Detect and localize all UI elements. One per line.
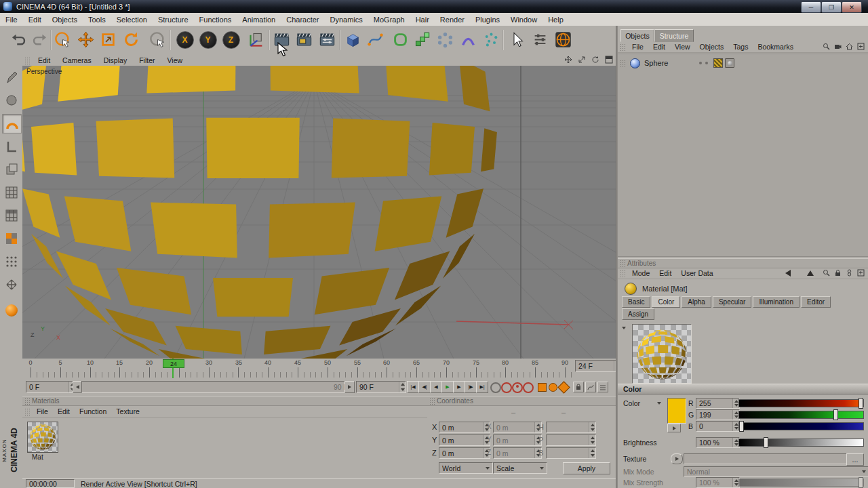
menu-selection[interactable]: Selection [111,13,153,26]
menu-mograph[interactable]: MoGraph [368,13,410,26]
drag-grip-icon[interactable] [620,270,625,277]
channel-g-slider[interactable] [738,411,864,419]
viewport-pan-icon[interactable] [564,56,572,65]
grid-array-icon[interactable] [2,183,20,201]
coordinates-header[interactable]: Coordinates [427,396,617,406]
drag-grip-icon[interactable] [429,397,435,405]
timeline-options-icon[interactable] [597,382,608,392]
rgb-expand-button[interactable] [667,424,681,432]
autokey-icon[interactable] [512,382,523,393]
key-rotation-icon[interactable] [557,381,570,393]
live-selection-icon[interactable] [51,28,75,52]
array-generator-icon[interactable] [433,28,457,52]
tab-basic[interactable]: Basic [622,296,650,308]
slider-knob[interactable] [833,409,838,420]
undo-icon[interactable] [7,28,31,52]
materials-menu-texture[interactable]: Texture [111,406,144,417]
om-menu-view[interactable]: View [670,41,695,52]
pen-tool-icon[interactable] [2,68,20,86]
new-panel-icon[interactable] [857,43,865,52]
lock-params-icon[interactable] [573,382,584,392]
slider-knob[interactable] [859,398,863,409]
display-settings-icon[interactable] [528,28,552,52]
slider-knob[interactable] [859,477,863,488]
axis-arrows-icon[interactable] [2,275,20,293]
menu-edit[interactable]: Edit [23,13,47,26]
coord-size-z-field[interactable]: 0 m [493,447,542,459]
viewport-menu-cameras[interactable]: Cameras [56,55,98,66]
coordinate-system-icon[interactable] [245,28,269,52]
home-icon[interactable] [846,43,853,52]
move-tool-icon[interactable] [74,28,98,52]
table-view-icon[interactable] [2,206,20,224]
fcurve-icon[interactable] [585,382,596,392]
menu-render[interactable]: Render [435,13,470,26]
deformer-icon[interactable] [456,28,480,52]
tab-specular[interactable]: Specular [713,296,751,308]
coord-size-y-field[interactable]: 0 m [493,434,542,446]
materials-header[interactable]: Materials [22,396,427,406]
slider-knob[interactable] [739,421,744,432]
menu-file[interactable]: File [0,13,23,26]
object-row-sphere[interactable]: Sphere [618,58,868,68]
content-browser-sphere-icon[interactable] [2,301,20,319]
y-axis-lock-button[interactable]: Y [196,28,220,52]
drag-grip-icon[interactable] [620,43,625,51]
coord-size-x-field[interactable]: 0 m [493,422,542,433]
menu-functions[interactable]: Functions [194,13,237,26]
mix-strength-field[interactable]: 100 % [696,477,740,488]
dot-matrix-icon[interactable] [2,252,20,270]
drag-grip-icon[interactable] [24,57,30,64]
tab-assign[interactable]: Assign [622,308,654,320]
range-scroll-right-button[interactable] [344,381,355,393]
current-frame-marker[interactable]: 24 [163,359,184,368]
color-swatch[interactable] [667,398,686,424]
pointer-tool-icon[interactable] [505,28,529,52]
coord-system-dropdown[interactable]: World [439,462,493,474]
texture-path-field[interactable] [684,453,851,464]
viewport-menu-edit[interactable]: Edit [32,55,56,66]
tab-structure[interactable]: Structure [654,29,694,42]
drag-grip-icon[interactable] [620,260,625,267]
brightness-field[interactable]: 100 % [696,437,740,448]
visibility-dot-icon[interactable] [699,62,702,64]
goto-start-button[interactable]: |◀ [407,381,419,393]
tab-illumination[interactable]: Illumination [753,296,800,308]
viewport-menu-view[interactable]: View [161,55,189,66]
play-button[interactable]: ▶ [441,381,454,393]
drag-grip-icon[interactable] [24,397,30,405]
preview-collapse-icon[interactable] [622,327,626,329]
menu-window[interactable]: Window [505,13,542,26]
current-frame-field[interactable]: 24 F [575,360,621,372]
menu-help[interactable]: Help [542,13,569,26]
coord-mode-dropdown[interactable]: Scale [493,462,547,474]
material-name-label[interactable]: Mat [32,453,43,461]
online-help-globe-icon[interactable] [551,28,575,52]
previous-key-button[interactable]: ◀| [418,381,431,393]
viewport-toggle-icon[interactable] [605,56,613,65]
maximize-button[interactable]: ❐ [821,1,842,13]
channel-b-field[interactable]: 0 [696,421,740,432]
apply-button[interactable]: Apply [563,462,610,474]
link-icon[interactable] [846,269,853,278]
render-settings-icon[interactable] [315,28,339,52]
end-frame-spinner[interactable] [399,382,406,392]
tab-objects[interactable]: Objects [620,29,654,42]
materials-menu-function[interactable]: Function [75,406,111,417]
timeline-ticks[interactable] [22,367,573,378]
sphere-object-icon[interactable] [630,58,640,68]
drag-grip-icon[interactable] [620,60,625,67]
next-key-button[interactable]: |▶ [465,381,477,393]
material-thumbnail[interactable] [27,422,58,453]
object-name[interactable]: Sphere [644,59,668,67]
viewport-rotate-icon[interactable] [591,56,599,65]
tab-alpha[interactable]: Alpha [682,296,711,308]
tab-editor[interactable]: Editor [801,296,831,308]
coord-position-y-field[interactable]: 0 m [439,434,490,446]
channel-g-field[interactable]: 199 [696,409,740,420]
render-to-picture-viewer-icon[interactable] [292,28,316,52]
key-position-icon[interactable] [538,383,547,392]
minimize-button[interactable]: ─ [801,1,821,13]
x-axis-lock-button[interactable]: X [173,28,197,52]
record-keyframe-icon[interactable] [501,382,512,393]
